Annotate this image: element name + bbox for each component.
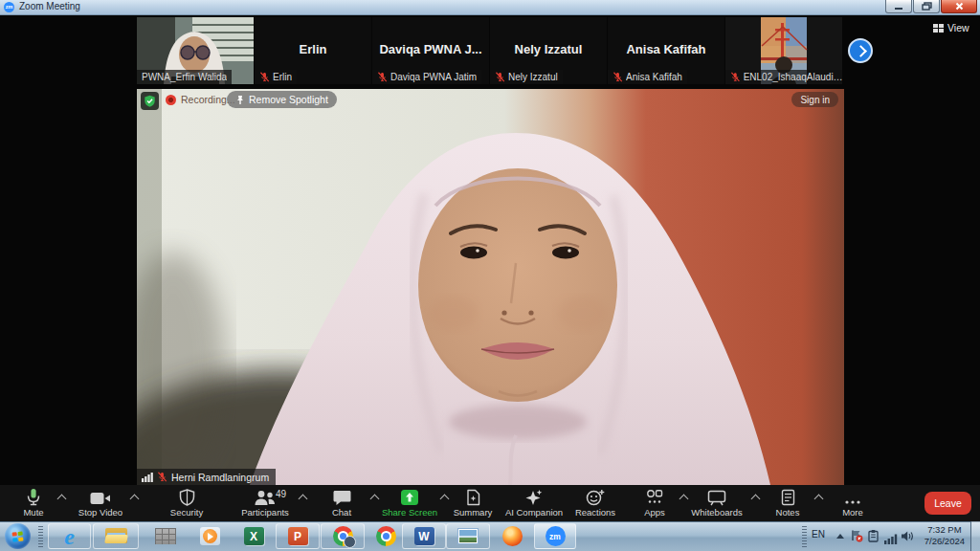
stop-video-button[interactable]: Stop Video — [67, 487, 134, 518]
next-page-button[interactable] — [848, 38, 873, 63]
folder-icon — [105, 528, 127, 544]
taskbar-excel[interactable]: X — [234, 523, 274, 549]
photo-viewer-icon — [457, 528, 479, 544]
powerpoint-icon: P — [288, 527, 308, 545]
view-button[interactable]: View — [933, 22, 969, 33]
taskbar-clock[interactable]: 7:32 PM 7/26/2024 — [924, 524, 965, 548]
participant-tile-erfin[interactable]: PWNA_Erfin Walida — [137, 17, 254, 84]
participant-name-label: Nely Izzatul — [490, 70, 563, 84]
participant-display-name: Anisa Kafifah — [608, 42, 724, 56]
window-titlebar: zm Zoom Meeting — [0, 0, 980, 15]
internet-explorer-icon: e — [64, 527, 75, 546]
taskbar-file-explorer[interactable] — [93, 523, 139, 549]
share-screen-button[interactable]: Share Screen — [376, 487, 443, 518]
meeting-info-shield-button[interactable] — [141, 92, 159, 110]
show-desktop-button[interactable] — [970, 521, 980, 551]
taskbar-chrome-meeting[interactable] — [321, 523, 365, 549]
volume-icon[interactable] — [901, 529, 914, 546]
taskbar-chrome[interactable] — [367, 523, 405, 549]
participants-button[interactable]: Participants — [230, 487, 301, 518]
firefox-icon — [502, 526, 523, 546]
media-player-icon — [200, 527, 220, 545]
screen: { "titlebar": { "title": "Zoom Meeting" … — [0, 0, 980, 551]
speaker-name-label: Herni Ramdlaningrum — [137, 469, 276, 485]
language-indicator[interactable]: EN — [812, 529, 825, 540]
participant-tile-daviqa[interactable]: Daviqa PWNA J... Daviqa PWNA Jatim — [372, 17, 489, 84]
apps-button[interactable]: Apps — [626, 487, 683, 518]
notes-button[interactable]: Notes — [759, 487, 816, 518]
microphone-icon — [25, 487, 42, 506]
muted-mic-icon — [495, 72, 505, 82]
zoom-app-icon: zm — [4, 2, 14, 12]
security-button[interactable]: Security — [153, 487, 220, 518]
taskbar-zoom-active[interactable]: zm — [534, 523, 576, 549]
whiteboards-button[interactable]: Whiteboards — [683, 487, 750, 518]
muted-mic-icon — [730, 72, 741, 82]
start-button[interactable] — [5, 523, 31, 549]
restore-button[interactable] — [913, 0, 940, 13]
record-dot-icon — [166, 95, 176, 105]
participant-name-label: PWNA_Erfin Walida — [137, 70, 232, 84]
close-button[interactable] — [941, 0, 977, 13]
participants-icon — [254, 487, 277, 506]
participant-display-name: Nely Izzatul — [490, 42, 607, 56]
mute-button[interactable]: Mute — [5, 487, 62, 518]
pin-icon — [235, 95, 245, 105]
clock-date: 7/26/2024 — [924, 536, 965, 547]
chat-button[interactable]: Chat — [313, 487, 370, 518]
more-dots-icon — [844, 487, 861, 506]
view-label: View — [947, 22, 969, 33]
ai-sparkle-icon — [524, 487, 544, 506]
tray-clipboard-icon[interactable] — [867, 529, 880, 546]
taskbar-internet-explorer[interactable]: e — [48, 523, 91, 549]
summary-button[interactable]: Summary — [444, 487, 501, 518]
muted-mic-icon — [157, 472, 167, 482]
participant-name-label: Erlin — [255, 70, 297, 84]
minimize-button[interactable] — [885, 0, 912, 13]
chrome-icon — [376, 526, 396, 546]
camera-icon — [90, 487, 111, 506]
window-controls — [884, 0, 977, 13]
shield-icon — [179, 487, 195, 506]
taskbar-firefox[interactable] — [492, 523, 532, 549]
notes-icon — [781, 487, 795, 506]
show-hidden-icons-button[interactable] — [836, 534, 844, 539]
remove-spotlight-button[interactable]: Remove Spotlight — [227, 91, 337, 108]
participant-name-label: ENL02_IshaaqAlaudin... — [725, 70, 842, 84]
participant-tile-anisa[interactable]: Anisa Kafifah Anisa Kafifah — [608, 17, 724, 84]
gallery-grid-icon — [933, 24, 944, 33]
bricks-icon — [155, 528, 176, 544]
summary-icon — [466, 487, 480, 506]
muted-mic-icon — [259, 72, 270, 82]
participant-tile-nely[interactable]: Nely Izzatul Nely Izzatul — [490, 17, 607, 84]
shield-check-icon — [144, 95, 156, 107]
window-title: Zoom Meeting — [19, 1, 80, 11]
reactions-button[interactable]: Reactions — [567, 487, 624, 518]
network-signal-icon[interactable] — [884, 531, 898, 548]
taskbar-photo-viewer[interactable] — [446, 523, 490, 549]
whiteboard-icon — [707, 487, 726, 506]
tray-grip — [802, 526, 807, 547]
participant-tile-ishaaq[interactable]: ENL02_IshaaqAlaudin... — [725, 17, 842, 84]
participant-tile-erlin[interactable]: Erlin Erlin — [255, 17, 371, 84]
remove-spotlight-label: Remove Spotlight — [249, 94, 328, 105]
taskbar-powerpoint[interactable]: P — [276, 523, 320, 549]
sign-in-button[interactable]: Sign in — [791, 92, 838, 107]
more-button[interactable]: More — [824, 487, 881, 518]
participant-name-label: Anisa Kafifah — [608, 70, 687, 84]
clock-time: 7:32 PM — [924, 524, 965, 536]
signal-bars-icon — [142, 472, 153, 482]
recording-indicator: Recording... — [166, 94, 235, 105]
taskbar-media-player[interactable] — [189, 523, 230, 549]
participants-count-badge: 49 — [276, 489, 286, 499]
action-center-flag-icon[interactable] — [850, 529, 863, 546]
taskbar-bricks-app[interactable] — [145, 523, 186, 549]
speaker-video-frame — [137, 89, 844, 485]
muted-mic-icon — [612, 72, 623, 82]
taskbar-word[interactable]: W — [402, 523, 446, 549]
camera-overlay-icon — [344, 536, 356, 548]
smiley-icon — [586, 487, 605, 506]
ai-companion-button[interactable]: AI Companion — [498, 487, 570, 518]
leave-button[interactable]: Leave — [924, 492, 971, 515]
muted-mic-icon — [377, 72, 388, 82]
